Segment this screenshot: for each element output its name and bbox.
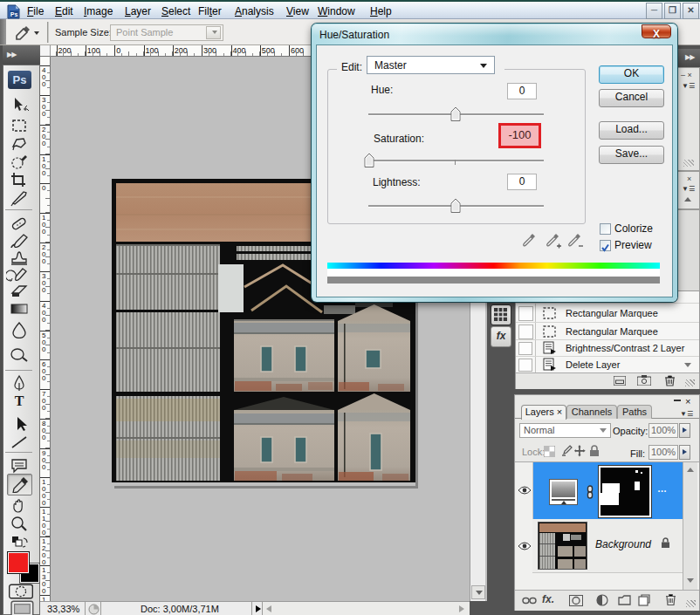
svg-text:Ps: Ps xyxy=(10,11,18,17)
